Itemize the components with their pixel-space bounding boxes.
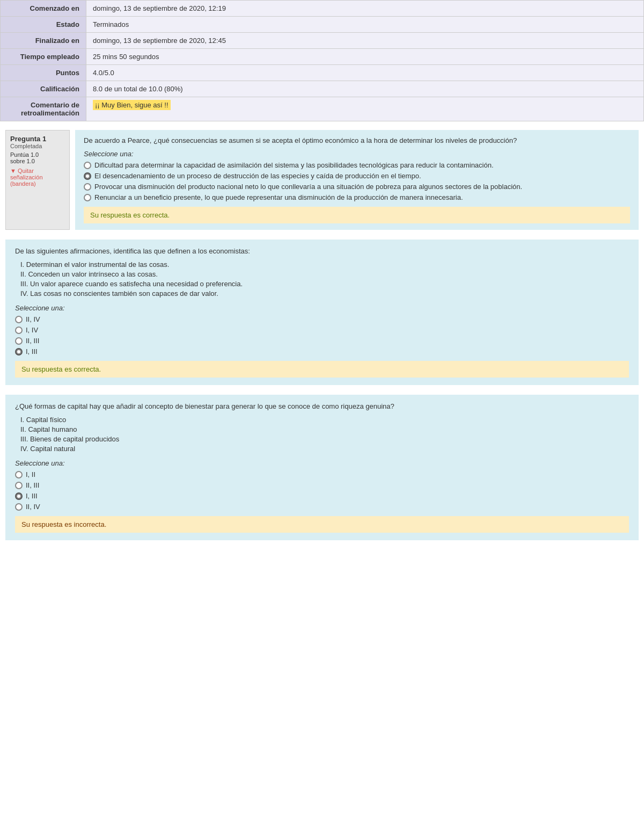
- q3-select-label: Seleccione una:: [15, 459, 629, 467]
- option-text: II, IV: [26, 503, 40, 511]
- q2-enumerated: I. Determinan el valor instrumental de l…: [20, 260, 629, 298]
- option-item[interactable]: El desencadenamiento de un proceso de de…: [84, 172, 630, 180]
- radio-circle: [15, 492, 23, 500]
- option-item[interactable]: Dificultad para determinar la capacidad …: [84, 161, 630, 169]
- question-2-block: De las siguientes afirmaciones, identifi…: [5, 240, 639, 385]
- option-text: Provocar una disminución del producto na…: [94, 183, 522, 191]
- enum-item: I. Determinan el valor instrumental de l…: [20, 260, 629, 269]
- q1-flag-button[interactable]: ▼ Quitar señalización (bandera): [10, 168, 65, 187]
- question-1-sidebar: Pregunta 1 Completada Puntúa 1.0 sobre 1…: [5, 130, 70, 230]
- q3-text: ¿Qué formas de capital hay que añadir al…: [15, 402, 629, 410]
- summary-value-0: domingo, 13 de septiembre de 2020, 12:19: [86, 1, 644, 17]
- option-text: Dificultad para determinar la capacidad …: [94, 161, 494, 169]
- option-text: II, III: [26, 337, 39, 345]
- q1-select-label: Seleccione una:: [84, 150, 630, 158]
- q3-feedback: Su respuesta es incorrecta.: [15, 516, 629, 533]
- q1-number: Pregunta 1: [10, 135, 65, 143]
- q3-enumerated: I. Capital físicoII. Capital humanoIII. …: [20, 416, 629, 453]
- option-item[interactable]: I, III: [15, 492, 629, 500]
- enum-item: II. Capital humano: [20, 425, 629, 433]
- enum-item: III. Un valor aparece cuando es satisfec…: [20, 280, 629, 288]
- option-text: El desencadenamiento de un proceso de de…: [94, 172, 421, 180]
- q2-text: De las siguientes afirmaciones, identifi…: [15, 247, 629, 255]
- summary-value-1: Terminados: [86, 17, 644, 33]
- q3-options: I, IIII, IIII, IIIII, IV: [15, 470, 629, 511]
- radio-circle: [15, 482, 23, 489]
- q2-select-label: Seleccione una:: [15, 304, 629, 312]
- q1-text: De acuerdo a Pearce, ¿qué consecuencias …: [84, 136, 630, 144]
- radio-circle: [15, 316, 23, 323]
- enum-item: III. Bienes de capital producidos: [20, 435, 629, 443]
- option-item[interactable]: I, IV: [15, 326, 629, 334]
- option-item[interactable]: II, IV: [15, 503, 629, 511]
- radio-circle: [84, 162, 91, 169]
- option-text: I, III: [26, 492, 38, 500]
- enum-item: I. Capital físico: [20, 416, 629, 424]
- summary-label-2: Finalizado en: [1, 33, 86, 49]
- radio-circle: [15, 471, 23, 478]
- summary-value-2: domingo, 13 de septiembre de 2020, 12:45: [86, 33, 644, 49]
- option-item[interactable]: Provocar una disminución del producto na…: [84, 183, 630, 191]
- radio-circle: [15, 337, 23, 345]
- q1-status: Completada: [10, 143, 65, 149]
- enum-item: II. Conceden un valor intrínseco a las c…: [20, 270, 629, 278]
- option-text: II, IV: [26, 315, 40, 323]
- summary-value-3: 25 mins 50 segundos: [86, 49, 644, 65]
- summary-label-1: Estado: [1, 17, 86, 33]
- option-item[interactable]: I, III: [15, 347, 629, 356]
- option-text: Renunciar a un beneficio presente, lo qu…: [94, 193, 463, 201]
- q1-points: Puntúa 1.0 sobre 1.0: [10, 151, 65, 164]
- radio-circle: [84, 194, 91, 201]
- summary-value-6: ¡¡ Muy Bien, sigue así !!: [86, 97, 644, 121]
- option-text: I, II: [26, 470, 35, 478]
- option-item[interactable]: I, II: [15, 470, 629, 478]
- radio-circle: [15, 503, 23, 511]
- radio-circle: [15, 327, 23, 334]
- question-1-block: Pregunta 1 Completada Puntúa 1.0 sobre 1…: [5, 130, 639, 230]
- enum-item: IV. Capital natural: [20, 445, 629, 453]
- summary-label-4: Puntos: [1, 65, 86, 81]
- quiz-wrapper: Pregunta 1 Completada Puntúa 1.0 sobre 1…: [0, 130, 644, 540]
- summary-table: Comenzado endomingo, 13 de septiembre de…: [0, 0, 644, 121]
- feedback-highlight: ¡¡ Muy Bien, sigue así !!: [93, 100, 171, 110]
- question-1-main: De acuerdo a Pearce, ¿qué consecuencias …: [75, 130, 639, 230]
- summary-label-0: Comenzado en: [1, 1, 86, 17]
- enum-item: IV. Las cosas no conscientes también son…: [20, 289, 629, 298]
- option-item[interactable]: II, III: [15, 481, 629, 489]
- question-3-block: ¿Qué formas de capital hay que añadir al…: [5, 395, 639, 540]
- radio-circle: [15, 348, 23, 356]
- summary-label-5: Calificación: [1, 81, 86, 97]
- option-text: I, IV: [26, 326, 38, 334]
- radio-circle: [84, 183, 91, 191]
- summary-value-4: 4.0/5.0: [86, 65, 644, 81]
- option-item[interactable]: II, III: [15, 337, 629, 345]
- summary-label-3: Tiempo empleado: [1, 49, 86, 65]
- summary-label-6: Comentario de retroalimentación: [1, 97, 86, 121]
- option-item[interactable]: Renunciar a un beneficio presente, lo qu…: [84, 193, 630, 201]
- summary-value-5: 8.0 de un total de 10.0 (80%): [86, 81, 644, 97]
- q2-feedback: Su respuesta es correcta.: [15, 361, 629, 378]
- q1-options: Dificultad para determinar la capacidad …: [84, 161, 630, 201]
- option-item[interactable]: II, IV: [15, 315, 629, 323]
- q2-options: II, IVI, IVII, IIII, III: [15, 315, 629, 356]
- radio-circle: [84, 172, 91, 180]
- q1-feedback: Su respuesta es correcta.: [84, 207, 630, 223]
- option-text: I, III: [26, 347, 38, 356]
- option-text: II, III: [26, 481, 39, 489]
